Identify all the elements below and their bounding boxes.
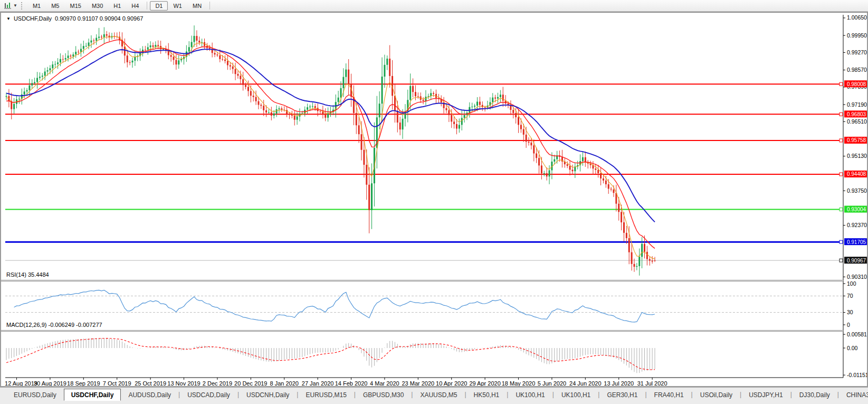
chart-ohlc-values: 0.90970 0.91107 0.90904 0.90967 — [55, 15, 143, 22]
svg-text:18 May 2020: 18 May 2020 — [502, 380, 536, 386]
chart-tabs-bar: EURUSD,DailyUSDCHF,DailyAUDUSD,Daily|USD… — [0, 387, 868, 404]
svg-text:23 Mar 2020: 23 Mar 2020 — [402, 380, 434, 386]
timeframe-button-mn[interactable]: MN — [187, 1, 207, 11]
rsi-label: RSI(14) 35.4484 — [6, 271, 49, 278]
charts-toolbar-icon — [4, 2, 12, 10]
chart-tab-xauusd-m5[interactable]: XAUUSD,M5 — [413, 389, 464, 401]
chart-tab-dj30-daily[interactable]: DJ30,Daily — [792, 389, 837, 401]
chart-tab-hk50-h1[interactable]: HK50,H1 — [466, 389, 507, 401]
svg-text:0.93750: 0.93750 — [847, 187, 867, 194]
svg-text:8 Jan 2020: 8 Jan 2020 — [270, 380, 298, 386]
svg-text:0.90310: 0.90310 — [847, 274, 867, 280]
svg-text:0.98570: 0.98570 — [847, 67, 867, 73]
chart-tab-china300-h4[interactable]: CHINA300,H4 — [839, 389, 868, 401]
svg-text:5 Jun 2020: 5 Jun 2020 — [538, 380, 566, 386]
svg-text:10 Apr 2020: 10 Apr 2020 — [436, 380, 467, 386]
timeframe-button-m15[interactable]: M15 — [64, 1, 86, 11]
svg-text:27 Jan 2020: 27 Jan 2020 — [302, 380, 334, 386]
svg-text:13 Nov 2019: 13 Nov 2019 — [167, 380, 200, 386]
timeframe-button-m1[interactable]: M1 — [27, 1, 46, 11]
toolbar: ▼ M1M5M15M30H1H4D1W1MN — [0, 0, 868, 12]
chart-tab-usdcnh-daily[interactable]: USDCNH,Daily — [239, 389, 297, 401]
svg-text:24 Jun 2020: 24 Jun 2020 — [569, 380, 602, 386]
chart-tab-usdchf-daily[interactable]: USDCHF,Daily — [64, 389, 121, 401]
svg-text:4 Mar 2020: 4 Mar 2020 — [370, 380, 399, 386]
svg-text:0.92370: 0.92370 — [847, 222, 867, 228]
chart-tab-uk100-h1[interactable]: UK100,H1 — [554, 389, 598, 401]
charts-toolbar-button[interactable]: ▼ — [2, 1, 19, 11]
toolbar-divider — [147, 2, 147, 10]
svg-text:14 Feb 2020: 14 Feb 2020 — [335, 380, 368, 386]
chart-tab-usdjpy-h1[interactable]: USDJPY,H1 — [741, 389, 790, 401]
svg-text:31 Jul 2020: 31 Jul 2020 — [637, 380, 667, 386]
svg-text:0.93004: 0.93004 — [847, 206, 866, 212]
svg-text:30: 30 — [847, 309, 853, 315]
svg-text:0.00: 0.00 — [847, 345, 858, 351]
chart-window: 1.006500.999500.992700.985700.978900.971… — [0, 12, 868, 387]
svg-text:12 Aug 2019: 12 Aug 2019 — [5, 380, 37, 386]
svg-text:25 Oct 2019: 25 Oct 2019 — [135, 380, 166, 386]
chart-tab-uk100-h1[interactable]: UK100,H1 — [508, 389, 552, 401]
svg-text:0.96510: 0.96510 — [847, 118, 867, 125]
chart-tab-gbpusd-m30[interactable]: GBPUSD,M30 — [356, 389, 411, 401]
svg-text:0.96803: 0.96803 — [847, 111, 866, 117]
svg-text:0.99950: 0.99950 — [847, 32, 867, 39]
chart-tab-audusd-daily[interactable]: AUDUSD,Daily — [121, 389, 178, 401]
timeframe-button-h1[interactable]: H1 — [108, 1, 126, 11]
chart-title: ▼ USDCHF,Daily 0.90970 0.91107 0.90904 0… — [6, 15, 143, 22]
timeframe-button-m30[interactable]: M30 — [87, 1, 108, 11]
timeframe-button-m5[interactable]: M5 — [46, 1, 64, 11]
svg-text:0.91705: 0.91705 — [847, 239, 866, 245]
svg-text:20 Dec 2019: 20 Dec 2019 — [234, 380, 267, 386]
chart-canvas[interactable]: 1.006500.999500.992700.985700.978900.971… — [1, 13, 867, 386]
svg-text:29 Apr 2020: 29 Apr 2020 — [469, 380, 500, 386]
chart-tab-fra40-h1[interactable]: FRA40,H1 — [647, 389, 691, 401]
timeframe-button-d1[interactable]: D1 — [150, 1, 168, 11]
chart-tab-usdcad-daily[interactable]: USDCAD,Daily — [180, 389, 237, 401]
svg-text:100: 100 — [847, 280, 856, 287]
collapse-triangle-icon[interactable]: ▼ — [6, 16, 11, 21]
svg-text:0.95130: 0.95130 — [847, 153, 867, 159]
chart-tab-ger30-h1[interactable]: GER30,H1 — [599, 389, 645, 401]
toolbar-divider — [209, 2, 210, 10]
toolbar-grip[interactable] — [21, 2, 24, 10]
timeframe-buttons: M1M5M15M30H1H4D1W1MN — [27, 1, 213, 11]
svg-text:0.97190: 0.97190 — [847, 101, 867, 108]
svg-text:7 Oct 2019: 7 Oct 2019 — [103, 380, 131, 386]
chart-tab-eurusd-daily[interactable]: EURUSD,Daily — [6, 389, 64, 401]
timeframe-button-h4[interactable]: H4 — [126, 1, 144, 11]
macd-label: MACD(12,26,9) -0.006249 -0.007277 — [6, 322, 102, 328]
chevron-down-icon: ▼ — [13, 3, 17, 8]
chart-tab-eurusd-m15[interactable]: EURUSD,M15 — [298, 389, 354, 401]
svg-text:0.99270: 0.99270 — [847, 49, 867, 55]
svg-text:0.94408: 0.94408 — [847, 171, 866, 177]
svg-text:-0.011514: -0.011514 — [847, 372, 867, 378]
chart-tab-usoil-daily[interactable]: USOil,Daily — [693, 389, 740, 401]
svg-text:0.90967: 0.90967 — [847, 258, 866, 264]
timeframe-button-w1[interactable]: W1 — [168, 1, 187, 11]
svg-text:0.95758: 0.95758 — [847, 137, 866, 143]
svg-text:70: 70 — [847, 293, 853, 299]
svg-text:1.00650: 1.00650 — [847, 14, 867, 21]
svg-text:18 Sep 2019: 18 Sep 2019 — [67, 380, 100, 386]
svg-text:0.005818: 0.005818 — [847, 331, 867, 337]
svg-text:0.98008: 0.98008 — [847, 81, 866, 87]
svg-text:0: 0 — [847, 322, 850, 328]
svg-text:30 Aug 2019: 30 Aug 2019 — [34, 380, 66, 386]
chart-symbol-label: USDCHF,Daily — [14, 15, 52, 22]
svg-text:2 Dec 2019: 2 Dec 2019 — [203, 380, 232, 386]
svg-text:13 Jul 2020: 13 Jul 2020 — [604, 380, 634, 386]
